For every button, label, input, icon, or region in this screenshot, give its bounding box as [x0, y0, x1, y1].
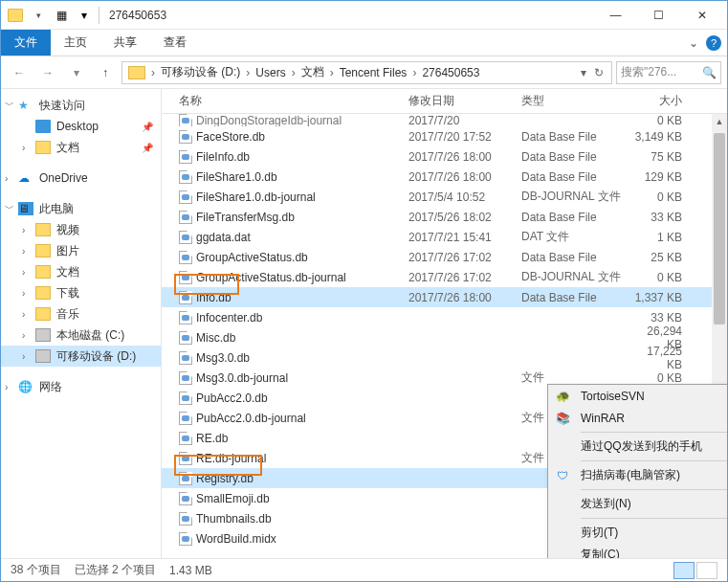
file-type: Data Base File	[521, 150, 629, 164]
view-details-button[interactable]	[673, 562, 695, 579]
file-icon	[179, 311, 192, 325]
crumb-1[interactable]: Users	[252, 66, 289, 79]
sidebar-documents[interactable]: ›文档📌	[1, 137, 161, 158]
status-item-count: 38 个项目	[11, 562, 61, 578]
menu-cut[interactable]: 剪切(T)	[548, 522, 727, 544]
sidebar-documents-pc[interactable]: ›文档	[1, 261, 161, 282]
file-icon	[179, 251, 192, 264]
sidebar-music[interactable]: ›音乐	[1, 303, 161, 325]
file-name: FileShare1.0.db-journal	[162, 190, 408, 204]
crumb-4[interactable]: 276450653	[418, 66, 483, 79]
maximize-button[interactable]: ☐	[637, 2, 680, 29]
window-title: 276450653	[109, 9, 166, 22]
file-name: RE.db-journal	[162, 452, 408, 465]
crumb-0[interactable]: 可移动设备 (D:)	[157, 64, 244, 80]
tab-view[interactable]: 查看	[150, 30, 200, 56]
sidebar-network[interactable]: ›🌐网络	[1, 376, 161, 397]
qat-more[interactable]: ▾	[74, 5, 95, 26]
file-type: Data Base File	[521, 130, 629, 144]
nav-up[interactable]: ↑	[93, 60, 118, 85]
sidebar-desktop[interactable]: Desktop📌	[1, 116, 161, 137]
menu-winrar[interactable]: 📚WinRAR▶	[548, 407, 727, 429]
minimize-button[interactable]: —	[594, 2, 637, 29]
file-size: 1 KB	[629, 231, 694, 244]
col-date[interactable]: 修改日期	[408, 93, 521, 109]
file-name: FaceStore.db	[162, 130, 408, 144]
col-name[interactable]: 名称	[162, 93, 408, 109]
status-size: 1.43 MB	[169, 564, 212, 577]
refresh-icon[interactable]: ↻	[588, 66, 609, 79]
tab-home[interactable]: 主页	[51, 30, 100, 56]
file-name: PubAcc2.0.db	[162, 392, 408, 405]
nav-back[interactable]: ←	[7, 60, 32, 85]
file-date: 2017/7/20 17:52	[408, 130, 521, 144]
menu-qq-send[interactable]: 通过QQ发送到我的手机	[548, 436, 727, 458]
file-name: Thumbnails.db	[162, 512, 408, 526]
file-date: 2017/5/26 18:02	[408, 211, 521, 224]
pin-icon: 📌	[142, 143, 153, 153]
sidebar-quick-access[interactable]: ﹀★快速访问	[1, 95, 161, 116]
scroll-thumb[interactable]	[714, 133, 725, 325]
properties-icon[interactable]: ▦	[51, 5, 72, 26]
file-name: SmallEmoji.db	[162, 492, 408, 505]
menu-scan-virus[interactable]: 🛡扫描病毒(电脑管家)	[548, 464, 727, 486]
status-bar: 38 个项目 已选择 2 个项目 1.43 MB	[1, 558, 727, 581]
sidebar-onedrive[interactable]: ›☁OneDrive	[1, 168, 161, 189]
sidebar-downloads[interactable]: ›下载	[1, 282, 161, 303]
file-icon	[179, 392, 192, 405]
file-row[interactable]: FileShare1.0.db 2017/7/26 18:00 Data Bas…	[162, 167, 727, 187]
sidebar-this-pc[interactable]: ﹀🖥此电脑	[1, 198, 161, 219]
menu-send-to[interactable]: 发送到(N)▶	[548, 493, 727, 515]
file-name: Registry.db	[162, 472, 408, 485]
scroll-up-icon[interactable]: ▲	[712, 114, 727, 129]
sidebar-local-disk[interactable]: ›本地磁盘 (C:)	[1, 325, 161, 346]
file-icon	[179, 351, 192, 365]
menu-copy[interactable]: 复制(C)	[548, 544, 727, 558]
file-name: FileInfo.db	[162, 150, 408, 164]
file-size: 1,337 KB	[629, 291, 694, 304]
menu-tortoisesvn[interactable]: 🐢TortoiseSVN▶	[548, 385, 727, 407]
shield-icon: 🛡	[554, 467, 571, 484]
file-date: 2017/7/26 18:00	[408, 150, 521, 164]
file-row[interactable]: FaceStore.db 2017/7/20 17:52 Data Base F…	[162, 126, 727, 146]
file-type: DAT 文件	[521, 229, 629, 245]
file-size: 33 KB	[629, 211, 694, 224]
sidebar-pictures[interactable]: ›图片	[1, 240, 161, 261]
close-button[interactable]: ✕	[680, 2, 723, 29]
breadcrumb-folder-icon	[128, 66, 145, 79]
file-row[interactable]: ggdata.dat 2017/7/21 15:41 DAT 文件 1 KB	[162, 227, 727, 247]
file-icon	[179, 532, 192, 546]
col-size[interactable]: 大小	[629, 93, 694, 109]
file-size: 75 KB	[629, 150, 694, 164]
crumb-3[interactable]: Tencent Files	[336, 66, 411, 79]
file-row[interactable]: FileInfo.db 2017/7/26 18:00 Data Base Fi…	[162, 146, 727, 167]
tab-file[interactable]: 文件	[1, 30, 51, 56]
file-row[interactable]: Info.db 2017/7/26 18:00 Data Base File 1…	[162, 287, 727, 307]
nav-recent[interactable]: ▾	[64, 60, 89, 85]
ribbon-expand-icon[interactable]: ⌄	[689, 36, 698, 50]
breadcrumb[interactable]: › 可移动设备 (D:)› Users› 文档› Tencent Files› …	[121, 61, 612, 84]
file-row[interactable]: GroupActiveStatus.db 2017/7/26 17:02 Dat…	[162, 247, 727, 267]
file-row[interactable]: FileTransferMsg.db 2017/5/26 18:02 Data …	[162, 207, 727, 227]
file-date: 2017/7/26 18:00	[408, 291, 521, 304]
file-name: GroupActiveStatus.db-journal	[162, 271, 408, 284]
nav-forward[interactable]: →	[35, 60, 60, 85]
file-date: 2017/7/26 17:02	[408, 271, 521, 284]
help-icon[interactable]: ?	[706, 35, 721, 51]
file-row[interactable]: Msg3.0.db 17,225 KB	[162, 347, 727, 368]
file-icon	[179, 271, 192, 284]
search-input[interactable]: 搜索"276... 🔍	[616, 61, 721, 84]
file-row[interactable]: FileShare1.0.db-journal 2017/5/4 10:52 D…	[162, 187, 727, 207]
col-type[interactable]: 类型	[521, 93, 629, 109]
sidebar-removable-disk[interactable]: ›可移动设备 (D:)	[1, 346, 161, 367]
crumb-2[interactable]: 文档	[298, 64, 328, 80]
ribbon: 文件 主页 共享 查看 ⌄ ?	[1, 30, 727, 56]
file-row[interactable]: GroupActiveStatus.db-journal 2017/7/26 1…	[162, 267, 727, 287]
view-icons-button[interactable]	[696, 562, 717, 579]
file-name: FileTransferMsg.db	[162, 211, 408, 224]
tab-share[interactable]: 共享	[100, 30, 150, 56]
sidebar-video[interactable]: ›视频	[1, 219, 161, 240]
file-size: 25 KB	[629, 251, 694, 264]
file-type: DB-JOURNAL 文件	[521, 189, 629, 205]
qat-dropdown[interactable]: ▾	[28, 5, 49, 26]
